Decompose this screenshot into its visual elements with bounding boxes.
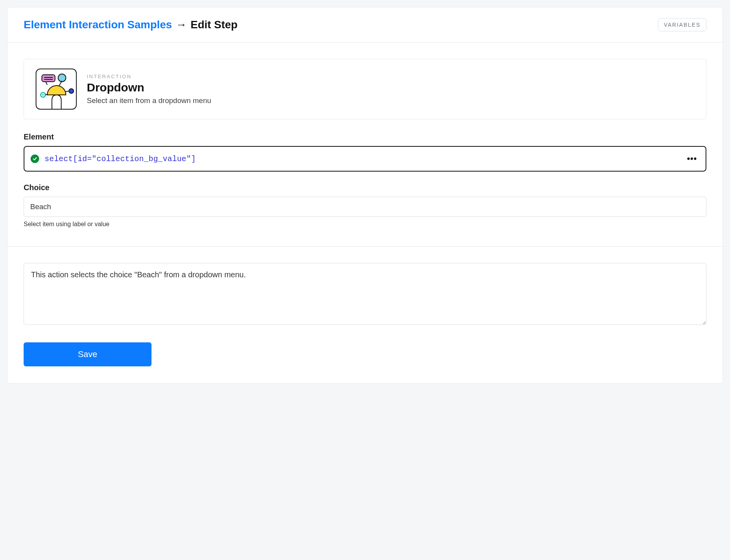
interaction-meta: INTERACTION Dropdown Select an item from… [87,74,211,105]
element-field-label: Element [24,132,706,141]
edit-step-card: Element Interaction Samples → Edit Step … [7,7,723,384]
element-selector-text: select[id="collection_bg_value"] [45,155,679,163]
breadcrumb: Element Interaction Samples → Edit Step [24,19,238,31]
description-textarea[interactable] [24,263,706,325]
interaction-summary: INTERACTION Dropdown Select an item from… [24,59,706,119]
save-button[interactable]: Save [24,342,152,366]
content-area: INTERACTION Dropdown Select an item from… [7,43,723,235]
valid-check-icon [31,155,39,163]
breadcrumb-separator: → [176,19,187,31]
lower-section: Save [7,247,723,383]
breadcrumb-link[interactable]: Element Interaction Samples [24,19,172,31]
element-selector-input[interactable]: select[id="collection_bg_value"] ••• [24,146,706,172]
svg-point-7 [42,94,44,96]
interaction-subtitle: Select an item from a dropdown menu [87,96,211,105]
svg-rect-0 [42,75,55,82]
interaction-title: Dropdown [87,81,211,94]
element-more-button[interactable]: ••• [685,152,699,165]
svg-line-3 [46,82,47,85]
svg-point-5 [69,89,74,93]
breadcrumb-current: Edit Step [191,19,238,31]
interaction-eyebrow: INTERACTION [87,74,211,79]
choice-input[interactable] [24,197,706,217]
interaction-icon [36,69,77,110]
choice-helper-text: Select item using label or value [24,221,706,228]
svg-point-4 [58,74,66,82]
variables-button[interactable]: VARIABLES [658,18,706,31]
card-header: Element Interaction Samples → Edit Step … [7,7,723,43]
choice-field-label: Choice [24,183,706,192]
